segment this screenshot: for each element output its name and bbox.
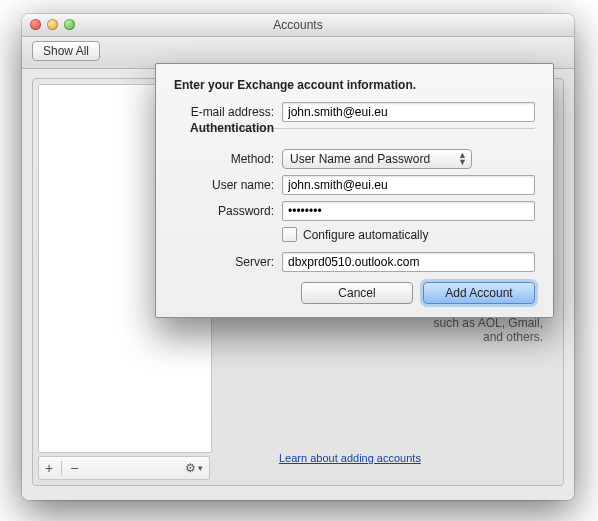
server-field[interactable] [282, 252, 535, 272]
chevron-down-icon[interactable]: ▾ [198, 463, 203, 473]
titlebar: Accounts [22, 14, 574, 37]
configure-auto-label: Configure automatically [303, 228, 428, 242]
ghost-text: such as AOL, Gmail, [434, 316, 543, 330]
show-all-button[interactable]: Show All [32, 41, 100, 61]
auth-section-label: Authentication [190, 121, 280, 135]
password-field[interactable] [282, 201, 535, 221]
email-field[interactable] [282, 102, 535, 122]
divider [61, 461, 62, 475]
email-label: E-mail address: [174, 105, 282, 119]
learn-adding-accounts-link[interactable]: Learn about adding accounts [279, 452, 421, 464]
exchange-account-sheet: Enter your Exchange account information.… [155, 63, 554, 318]
sidebar-footer: + − ⚙ ▾ [38, 456, 210, 480]
ghost-text: and others. [483, 330, 543, 344]
sheet-title: Enter your Exchange account information. [174, 78, 535, 92]
remove-account-button[interactable]: − [70, 460, 78, 476]
zoom-icon[interactable] [64, 19, 75, 30]
method-select-value: User Name and Password [290, 152, 430, 166]
username-field[interactable] [282, 175, 535, 195]
minimize-icon[interactable] [47, 19, 58, 30]
configure-auto-checkbox[interactable] [282, 227, 297, 242]
window-title: Accounts [273, 18, 322, 32]
updown-icon: ▲▼ [458, 152, 467, 166]
add-account-button[interactable]: + [45, 460, 53, 476]
server-label: Server: [174, 255, 282, 269]
cancel-button[interactable]: Cancel [301, 282, 413, 304]
add-account-button[interactable]: Add Account [423, 282, 535, 304]
method-label: Method: [174, 152, 282, 166]
username-label: User name: [174, 178, 282, 192]
method-select[interactable]: User Name and Password ▲▼ [282, 149, 472, 169]
close-icon[interactable] [30, 19, 41, 30]
gear-icon[interactable]: ⚙ [185, 461, 196, 475]
password-label: Password: [174, 204, 282, 218]
